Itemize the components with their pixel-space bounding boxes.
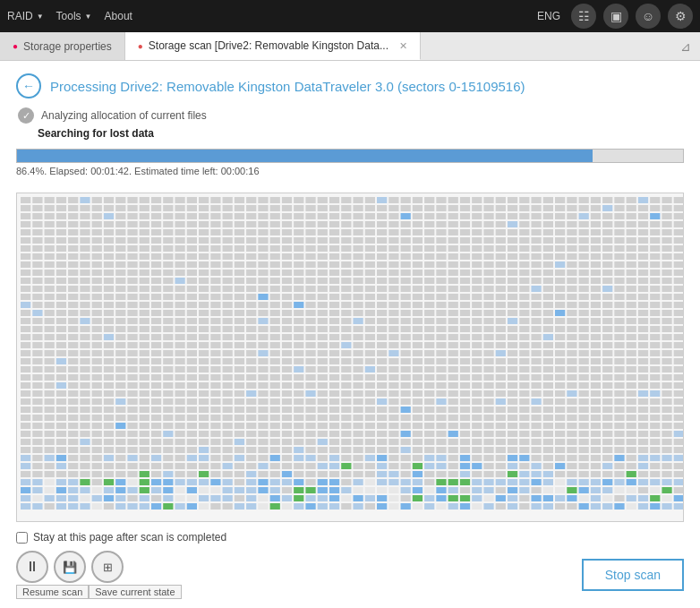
tab-spacer — [421, 32, 671, 60]
scan-grid-canvas — [17, 193, 683, 521]
export-button[interactable]: ⊞ — [91, 551, 124, 583]
menu-about[interactable]: About — [105, 10, 132, 22]
progress-fill — [17, 150, 593, 162]
menu-bar-left: RAID ▼ Tools ▼ About — [7, 10, 526, 22]
stay-checkbox[interactable] — [16, 532, 28, 544]
progress-track — [16, 149, 684, 163]
status-row-1: ✓ Analyzing allocation of current files — [18, 107, 684, 124]
bottom-bar-inner: ⏸ 💾 ⊞ Resume scan Save current state — [16, 551, 182, 599]
bottom-btns-row: ⏸ 💾 ⊞ — [16, 551, 182, 583]
checkbox-row: Stay at this page after scan is complete… — [16, 531, 684, 544]
menu-bar: RAID ▼ Tools ▼ About ENG ☷ ▣ ☺ ⚙ — [0, 0, 700, 32]
raid-arrow-icon: ▼ — [37, 13, 44, 21]
status-bold: Searching for lost data — [38, 127, 684, 140]
document-icon-btn[interactable]: ☷ — [571, 4, 596, 29]
progress-label: 86.4%. Elapsed: 00:01:42. Estimated time… — [16, 166, 684, 176]
check-icon-1: ✓ — [18, 107, 34, 124]
btn-labels: Resume scan Save current state — [16, 585, 182, 599]
lang-label: ENG — [537, 10, 560, 22]
header-row: ← Processing Drive2: Removable Kingston … — [16, 73, 684, 98]
menu-raid[interactable]: RAID ▼ — [7, 10, 44, 22]
save-current-state-label[interactable]: Save current state — [89, 585, 181, 599]
tab-storage-scan[interactable]: ● Storage scan [Drive2: Removable Kingst… — [125, 32, 421, 60]
tab-filter-icon[interactable]: ⊿ — [671, 32, 700, 60]
progress-container: 86.4%. Elapsed: 00:01:42. Estimated time… — [16, 149, 684, 176]
save-state-button[interactable]: 💾 — [54, 551, 86, 583]
save-icon: 💾 — [63, 561, 77, 574]
tab-dot: ● — [13, 41, 18, 51]
stop-scan-button[interactable]: Stop scan — [582, 559, 684, 591]
tab-storage-properties[interactable]: ● Storage properties — [0, 32, 125, 60]
pause-icon: ⏸ — [25, 559, 39, 575]
menu-tools[interactable]: Tools ▼ — [56, 10, 92, 22]
tab-close-icon[interactable]: ✕ — [399, 40, 407, 52]
back-button[interactable]: ← — [16, 73, 41, 98]
user-icon-btn[interactable]: ☺ — [636, 4, 661, 29]
resume-scan-label[interactable]: Resume scan — [16, 585, 89, 599]
status-text-1: Analyzing allocation of current files — [41, 109, 207, 122]
scan-grid-wrapper — [16, 193, 684, 522]
menu-bar-right: ENG ☷ ▣ ☺ ⚙ — [537, 4, 693, 29]
page-title: Processing Drive2: Removable Kingston Da… — [50, 79, 525, 94]
bottom-bar: ⏸ 💾 ⊞ Resume scan Save current state Sto… — [16, 551, 684, 599]
main-content: ← Processing Drive2: Removable Kingston … — [0, 61, 700, 608]
export-icon: ⊞ — [103, 561, 113, 574]
tab-active-dot: ● — [138, 41, 143, 51]
settings-icon-btn[interactable]: ⚙ — [668, 4, 693, 29]
pause-button[interactable]: ⏸ — [16, 551, 48, 583]
tools-arrow-icon: ▼ — [85, 13, 92, 21]
device-icon-btn[interactable]: ▣ — [603, 4, 628, 29]
stay-label[interactable]: Stay at this page after scan is complete… — [33, 531, 226, 544]
tab-bar: ● Storage properties ● Storage scan [Dri… — [0, 32, 700, 61]
